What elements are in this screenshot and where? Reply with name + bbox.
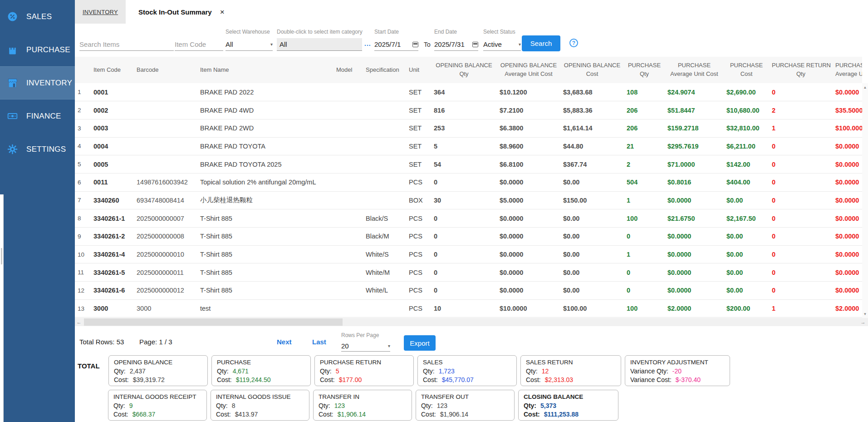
column-header-spec[interactable]: Specification <box>363 57 406 83</box>
column-header-item_name[interactable]: Item Name <box>197 57 333 83</box>
cell-spec <box>363 299 406 318</box>
chevron-down-icon: ▾ <box>270 42 273 47</box>
tab-inventory[interactable]: INVENTORY <box>75 0 126 24</box>
search-button[interactable]: Search <box>522 35 560 51</box>
start-date-field[interactable]: Start Date 2025/7/1 <box>374 24 418 51</box>
column-header-ob_avg[interactable]: OPENING BALANCEAverage Unit Cost <box>497 57 560 83</box>
scroll-left-icon[interactable]: ← <box>75 318 83 326</box>
cell-unit: PCS <box>406 263 431 282</box>
sidebar-item-sales[interactable]: SALES <box>0 0 75 33</box>
table-row[interactable]: 6001114987616003942Topical solution 2% a… <box>75 173 862 191</box>
cell-pr_qty: 1 <box>769 119 833 137</box>
column-header-model[interactable]: Model <box>333 57 363 83</box>
cell-num: 13 <box>75 299 91 318</box>
rows-per-page-select[interactable]: 20 ▾ <box>341 340 390 352</box>
sidebar-item-purchase[interactable]: PURCHASE <box>0 33 75 66</box>
tab-stock-in-out-summary[interactable]: Stock In-Out Summary × <box>138 0 225 24</box>
total-card-title: INTERNAL GOODS RECEIPT <box>113 393 201 400</box>
cell-pr_qty: 1 <box>769 299 833 318</box>
column-header-barcode[interactable]: Barcode <box>134 57 197 83</box>
sidebar-item-label: SALES <box>26 12 52 21</box>
total-card-line: Qty:8 <box>216 402 304 410</box>
column-header-pr_avg[interactable]: PURCHASEAverage Un <box>833 57 862 83</box>
cell-unit: PCS <box>406 282 431 300</box>
total-card-transfer-out: TRANSFER OUTQty:123Cost:$1,906.14 <box>416 390 515 421</box>
cell-pu_avg: $0.0000 <box>665 282 724 300</box>
cell-num: 6 <box>75 173 91 191</box>
cell-num: 11 <box>75 263 91 282</box>
cell-pr_avg: $0.0000 <box>833 263 862 282</box>
totals-row-1: OPENING BALANCEQty:2,437Cost:$39,319.72P… <box>108 355 730 386</box>
sidebar-item-label: PURCHASE <box>26 45 70 55</box>
table-row[interactable]: 123340261-62025000000012T-Shirt 885White… <box>75 282 862 300</box>
next-page-link[interactable]: Next <box>277 338 292 346</box>
status-select[interactable]: Select Status Active▾ <box>483 24 521 51</box>
total-card-line: Qty:1,723 <box>423 367 511 376</box>
cell-item_name: BRAKE PAD 4WD <box>197 101 333 119</box>
column-header-item_code[interactable]: Item Code <box>91 57 134 83</box>
close-icon[interactable]: × <box>220 8 225 16</box>
table-row[interactable]: 40004BRAKE PAD TOYOTASET5$8.9600$44.8021… <box>75 137 862 155</box>
cell-pr_avg: $0.0000 <box>833 137 862 155</box>
scroll-right-icon[interactable]: → <box>859 318 867 326</box>
cell-model <box>333 119 363 137</box>
column-header-ob_cost[interactable]: OPENING BALANCECost <box>560 57 624 83</box>
cell-barcode: 2025000000010 <box>134 245 197 263</box>
column-header-pu_cost[interactable]: PURCHASECost <box>724 57 769 83</box>
cell-ob_cost: $5,883.36 <box>560 101 624 119</box>
calendar-icon[interactable] <box>472 42 478 47</box>
column-header-unit[interactable]: Unit <box>406 57 431 83</box>
scroll-up-icon[interactable]: ▲ <box>862 84 868 90</box>
search-items-input[interactable] <box>79 38 174 51</box>
end-date-field[interactable]: End Date 2025/7/31 <box>434 24 478 51</box>
total-card-line: Cost:$39,319.72 <box>114 376 202 384</box>
help-icon[interactable]: ? <box>569 39 578 47</box>
cell-ob_cost: $44.80 <box>560 137 624 155</box>
cell-barcode <box>134 101 197 119</box>
item-code-input[interactable] <box>175 38 223 51</box>
cell-pu_cost: $0.00 <box>724 245 769 263</box>
scrollbar-thumb[interactable] <box>84 318 343 326</box>
column-header-num[interactable] <box>75 57 91 83</box>
table-row[interactable]: 93340261-22025000000008T-Shirt 885Black/… <box>75 228 862 246</box>
cell-spec <box>363 173 406 191</box>
table-row[interactable]: 10001BRAKE PAD 2022SET364$10.1200$3,683.… <box>75 83 862 101</box>
column-header-pu_avg[interactable]: PURCHASEAverage Unit Cost <box>665 57 724 83</box>
cell-barcode <box>134 155 197 174</box>
item-category-field[interactable]: Double-click to select item category All <box>277 24 362 51</box>
table-row[interactable]: 103340261-42025000000010T-Shirt 885White… <box>75 245 862 263</box>
table-row[interactable]: 50005BRAKE PAD TOYOTA 2025SET54$6.8100$3… <box>75 155 862 174</box>
cell-pr_avg: $0.0000 <box>833 155 862 174</box>
table-row[interactable]: 113340261-52025000000011T-Shirt 885White… <box>75 263 862 282</box>
category-more-button[interactable]: ... <box>364 40 371 47</box>
cell-ob_avg: $8.9600 <box>497 137 560 155</box>
table-row[interactable]: 20002BRAKE PAD 4WDSET816$7.2100$5,883.36… <box>75 101 862 119</box>
table-row[interactable]: 1330003000testPCS10$10.0000$100.00100$2.… <box>75 299 862 318</box>
last-page-link[interactable]: Last <box>312 338 326 346</box>
sidebar-item-finance[interactable]: FINANCE <box>0 99 75 133</box>
sidebar-item-settings[interactable]: SETTINGS <box>0 133 75 166</box>
cell-spec <box>363 83 406 101</box>
table-row[interactable]: 733402606934748008414小儿柴桂退热颗粒BOX30$5.000… <box>75 191 862 209</box>
calendar-icon[interactable] <box>412 42 418 47</box>
export-button[interactable]: Export <box>404 335 436 351</box>
column-header-ob_qty[interactable]: OPENING BALANCEQty <box>431 57 497 83</box>
cell-unit: SET <box>406 101 431 119</box>
cell-pr_qty: 0 <box>769 155 833 174</box>
horizontal-scrollbar[interactable]: ← → <box>75 318 868 326</box>
splitter-strip[interactable] <box>0 194 4 422</box>
scroll-down-icon[interactable]: ▼ <box>862 311 868 317</box>
sidebar: SALESPURCHASEINVENTORYFINANCESETTINGS <box>0 0 75 422</box>
column-header-pu_qty[interactable]: PURCHASEQty <box>624 57 665 83</box>
warehouse-select[interactable]: Select Warehouse All▾ <box>226 24 273 51</box>
cell-pu_qty: 100 <box>624 299 665 318</box>
total-card-title: OPENING BALANCE <box>114 359 202 366</box>
cell-pu_qty: 504 <box>624 173 665 191</box>
total-card-line: Cost:$668.37 <box>113 410 201 419</box>
vertical-scrollbar[interactable]: ▲ ▼ <box>862 83 868 318</box>
cell-item_code: 0011 <box>91 173 134 191</box>
table-row[interactable]: 83340261-12025000000007T-Shirt 885Black/… <box>75 209 862 228</box>
column-header-pr_qty[interactable]: PURCHASE RETURNQty <box>769 57 833 83</box>
table-row[interactable]: 30003BRAKE PAD 2WDSET253$6.3800$1,614.14… <box>75 119 862 137</box>
sidebar-item-inventory[interactable]: INVENTORY <box>0 66 75 99</box>
